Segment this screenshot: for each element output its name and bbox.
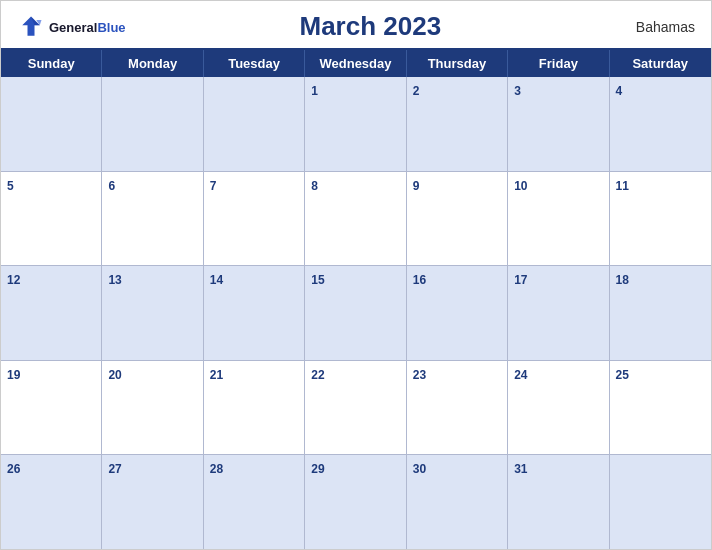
day-cell: 23 (407, 361, 508, 455)
day-number: 7 (210, 179, 217, 193)
calendar-grid: Sunday Monday Tuesday Wednesday Thursday… (1, 48, 711, 549)
week-row-5: 262728293031 (1, 455, 711, 549)
day-cell: 31 (508, 455, 609, 549)
country-label: Bahamas (615, 19, 695, 35)
day-number: 23 (413, 368, 426, 382)
logo-text: GeneralBlue (49, 18, 126, 36)
day-cell: 25 (610, 361, 711, 455)
header-sunday: Sunday (1, 50, 102, 77)
day-number: 29 (311, 462, 324, 476)
day-cell: 28 (204, 455, 305, 549)
day-cell: 22 (305, 361, 406, 455)
svg-marker-0 (22, 16, 40, 35)
day-cell: 26 (1, 455, 102, 549)
day-cell: 1 (305, 77, 406, 171)
day-cell (610, 455, 711, 549)
day-cell: 5 (1, 172, 102, 266)
day-number: 28 (210, 462, 223, 476)
day-number: 14 (210, 273, 223, 287)
day-cell: 14 (204, 266, 305, 360)
day-cell: 19 (1, 361, 102, 455)
day-cell: 21 (204, 361, 305, 455)
calendar: GeneralBlue March 2023 Bahamas Sunday Mo… (0, 0, 712, 550)
day-number: 9 (413, 179, 420, 193)
day-cell: 15 (305, 266, 406, 360)
day-number: 21 (210, 368, 223, 382)
day-cell: 7 (204, 172, 305, 266)
week-row-2: 567891011 (1, 172, 711, 267)
day-number: 8 (311, 179, 318, 193)
header-saturday: Saturday (610, 50, 711, 77)
logo: GeneralBlue (17, 13, 126, 41)
day-cell: 3 (508, 77, 609, 171)
day-number: 6 (108, 179, 115, 193)
month-title: March 2023 (126, 11, 615, 42)
week-row-4: 19202122232425 (1, 361, 711, 456)
day-cell (1, 77, 102, 171)
day-cell: 4 (610, 77, 711, 171)
day-number: 30 (413, 462, 426, 476)
day-number: 12 (7, 273, 20, 287)
logo-icon (17, 13, 45, 41)
day-number: 19 (7, 368, 20, 382)
day-cell: 2 (407, 77, 508, 171)
day-number: 16 (413, 273, 426, 287)
day-cell: 9 (407, 172, 508, 266)
day-number: 17 (514, 273, 527, 287)
day-number: 13 (108, 273, 121, 287)
day-number: 26 (7, 462, 20, 476)
day-headers-row: Sunday Monday Tuesday Wednesday Thursday… (1, 50, 711, 77)
day-number: 5 (7, 179, 14, 193)
calendar-header: GeneralBlue March 2023 Bahamas (1, 1, 711, 48)
day-cell: 27 (102, 455, 203, 549)
day-number: 22 (311, 368, 324, 382)
day-cell: 16 (407, 266, 508, 360)
day-number: 15 (311, 273, 324, 287)
header-tuesday: Tuesday (204, 50, 305, 77)
logo-blue-text: Blue (97, 20, 125, 35)
day-cell: 18 (610, 266, 711, 360)
day-cell: 6 (102, 172, 203, 266)
header-monday: Monday (102, 50, 203, 77)
day-number: 4 (616, 84, 623, 98)
header-wednesday: Wednesday (305, 50, 406, 77)
logo-general: General (49, 20, 97, 35)
day-number: 27 (108, 462, 121, 476)
day-cell: 30 (407, 455, 508, 549)
day-number: 24 (514, 368, 527, 382)
day-cell (204, 77, 305, 171)
day-cell: 10 (508, 172, 609, 266)
day-number: 18 (616, 273, 629, 287)
header-friday: Friday (508, 50, 609, 77)
day-number: 11 (616, 179, 629, 193)
day-cell: 12 (1, 266, 102, 360)
week-row-3: 12131415161718 (1, 266, 711, 361)
day-cell: 8 (305, 172, 406, 266)
weeks-container: 1234567891011121314151617181920212223242… (1, 77, 711, 549)
day-number: 31 (514, 462, 527, 476)
week-row-1: 1234 (1, 77, 711, 172)
day-cell: 20 (102, 361, 203, 455)
day-cell: 13 (102, 266, 203, 360)
day-number: 1 (311, 84, 318, 98)
day-cell: 29 (305, 455, 406, 549)
day-number: 20 (108, 368, 121, 382)
day-cell (102, 77, 203, 171)
header-thursday: Thursday (407, 50, 508, 77)
day-cell: 24 (508, 361, 609, 455)
day-number: 10 (514, 179, 527, 193)
day-number: 3 (514, 84, 521, 98)
day-cell: 17 (508, 266, 609, 360)
day-number: 25 (616, 368, 629, 382)
day-cell: 11 (610, 172, 711, 266)
day-number: 2 (413, 84, 420, 98)
